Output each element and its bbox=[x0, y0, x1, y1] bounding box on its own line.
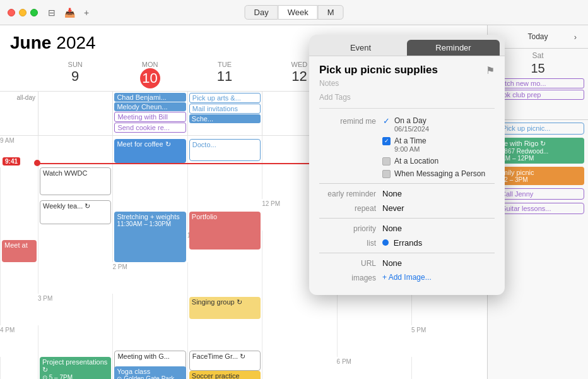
col-thu-4 bbox=[337, 325, 411, 357]
popover-title-row: Pick up picnic supplies ⚑ bbox=[319, 64, 495, 76]
popover-notes[interactable]: Notes bbox=[319, 79, 495, 88]
url-label: URL bbox=[319, 258, 382, 268]
at-a-time-label: At a Time bbox=[394, 136, 426, 145]
right-event-hike[interactable]: Hike with Rigo ↻ ⊙ 7867 Redwood... 10AM … bbox=[491, 138, 584, 164]
event-meet-at[interactable]: Meet at bbox=[2, 240, 37, 262]
popover-title: Pick up picnic supplies bbox=[319, 64, 438, 76]
event-melody[interactable]: Melody Cheun... bbox=[114, 102, 185, 111]
event-meeting-bill[interactable]: Meet for coffee Meeting with Bill bbox=[114, 112, 185, 122]
tab-week[interactable]: Week bbox=[278, 5, 318, 20]
event-doctor[interactable]: Docto... bbox=[189, 139, 261, 161]
at-a-location-checkbox[interactable] bbox=[382, 157, 391, 165]
col-thu-2 bbox=[0, 294, 38, 325]
toolbar-icons: ⊟ 📥 + bbox=[48, 8, 89, 18]
remind-me-row: remind me ✓ On a Day 06/15/2024 At a Tim… bbox=[319, 116, 495, 178]
event-meet-coffee[interactable]: Meet for coffee ↻ bbox=[114, 139, 185, 163]
calendar-year: 2024 bbox=[56, 33, 95, 53]
calendar-month: June bbox=[10, 33, 51, 53]
minimize-button[interactable] bbox=[19, 9, 26, 16]
col-thu-5 bbox=[262, 357, 336, 379]
col-wed-1 bbox=[0, 262, 38, 294]
time-4pm: 4 PM bbox=[0, 325, 38, 357]
repeat-value[interactable]: Never bbox=[382, 203, 495, 213]
at-a-time-value: 9:00 AM bbox=[394, 145, 495, 153]
next-button[interactable]: › bbox=[569, 30, 582, 43]
early-reminder-value[interactable]: None bbox=[382, 189, 495, 198]
remind-me-content: ✓ On a Day 06/15/2024 At a Time 9:00 AM … bbox=[382, 116, 495, 178]
priority-label: priority bbox=[319, 224, 382, 233]
add-image-button[interactable]: + Add Image... bbox=[382, 273, 495, 282]
event-singing[interactable]: Singing group ↻ bbox=[189, 297, 261, 319]
event-watch-wwdc[interactable]: Watch WWDC bbox=[40, 167, 111, 195]
add-icon[interactable]: + bbox=[84, 8, 89, 18]
col-thu-12 bbox=[112, 231, 187, 262]
event-weekly-tea[interactable]: Weekly tea... ↻ bbox=[40, 200, 111, 224]
col-tue-9: Docto... bbox=[187, 136, 262, 167]
today-button[interactable]: Today bbox=[527, 32, 548, 41]
all-day-label: all-day bbox=[0, 92, 38, 135]
all-day-tue: Pick up arts &... Mail invitations Sche.… bbox=[187, 92, 262, 135]
view-tabs: Day Week M bbox=[245, 5, 344, 20]
col-sun-3 bbox=[112, 294, 187, 325]
maximize-button[interactable] bbox=[30, 9, 38, 16]
all-day-mon: Chad Benjami... Melody Cheun... Meet for… bbox=[112, 92, 187, 135]
col-sun-5 bbox=[0, 357, 38, 379]
right-event-picnic[interactable]: ⊙ Pick up picnic... bbox=[491, 123, 584, 135]
event-pick-up-arts[interactable]: Pick up arts &... bbox=[189, 93, 261, 103]
popover-body: Pick up picnic supplies ⚑ Notes Add Tags… bbox=[309, 56, 505, 295]
early-reminder-label: early reminder bbox=[319, 189, 382, 198]
col-thu-3 bbox=[411, 294, 487, 325]
time-2pm: 2 PM bbox=[112, 262, 187, 294]
event-yoga[interactable]: Yoga class ⊙ Golden Gate Park 5:15 – 6:4… bbox=[114, 366, 185, 379]
day-header-mon: Mon 10 bbox=[112, 58, 187, 91]
event-project-presentations[interactable]: Project presentations ↻ ⊙ 5 – 7PM bbox=[40, 357, 111, 379]
time-6pm: 6 PM bbox=[337, 357, 411, 379]
col-tue-10 bbox=[112, 167, 187, 199]
col-tue-12: Meet at bbox=[0, 231, 38, 262]
col-mon-9: Meet for coffee ↻ bbox=[112, 136, 187, 167]
right-event-call-jenny[interactable]: Call Jenny bbox=[491, 188, 584, 200]
day-header-tue: Tue 11 bbox=[187, 58, 262, 91]
event-mail-invitations[interactable]: Mail invitations bbox=[189, 104, 261, 114]
col-sun-9 bbox=[38, 136, 112, 167]
event-sche[interactable]: Sche... bbox=[189, 114, 261, 123]
tab-event[interactable]: Event bbox=[314, 40, 407, 56]
on-a-day-checkbox[interactable]: ✓ bbox=[382, 117, 391, 125]
inbox-icon[interactable]: 📥 bbox=[64, 8, 75, 18]
tab-month[interactable]: M bbox=[318, 5, 344, 20]
traffic-lights bbox=[8, 9, 38, 16]
col-thu-11: Portfolio bbox=[187, 199, 262, 231]
list-row: list Errands bbox=[319, 238, 495, 248]
col-tue-3 bbox=[262, 294, 336, 325]
url-value[interactable]: None bbox=[382, 258, 495, 268]
event-send-cookie[interactable]: Send cookie re... bbox=[114, 123, 185, 133]
title-bar: ⊟ 📥 + Day Week M bbox=[0, 0, 588, 25]
col-mon-5: Project presentations ↻ ⊙ 5 – 7PM bbox=[38, 357, 112, 379]
popover-tags[interactable]: Add Tags bbox=[319, 93, 495, 109]
right-event-book[interactable]: Book club prep bbox=[491, 90, 584, 100]
when-messaging-checkbox[interactable] bbox=[382, 170, 391, 178]
tab-day[interactable]: Day bbox=[245, 5, 278, 20]
event-chad[interactable]: Chad Benjami... bbox=[114, 93, 185, 102]
col-sun-6 bbox=[411, 357, 487, 379]
close-button[interactable] bbox=[8, 9, 15, 16]
col-wed-3 bbox=[337, 294, 411, 325]
at-a-time-item: At a Time bbox=[382, 136, 495, 145]
at-a-location-label: At a Location bbox=[394, 157, 438, 165]
divider-3 bbox=[319, 253, 495, 253]
event-portfolio[interactable]: Portfolio bbox=[189, 212, 261, 250]
url-row: URL None bbox=[319, 258, 495, 268]
list-value[interactable]: Errands bbox=[382, 238, 495, 248]
priority-value[interactable]: None bbox=[382, 224, 495, 233]
sidebar-icon[interactable]: ⊟ bbox=[48, 8, 56, 18]
event-soccer[interactable]: Soccer practice bbox=[189, 371, 261, 379]
flag-icon[interactable]: ⚑ bbox=[486, 64, 495, 76]
event-facetime[interactable]: FaceTime Gr... ↻ bbox=[189, 351, 261, 371]
right-event-guitar[interactable]: Guitar lessons... bbox=[491, 203, 584, 214]
reminder-popover: Event Reminder Pick up picnic supplies ⚑… bbox=[309, 35, 505, 295]
right-event-family-picnic[interactable]: Family picnic ⊙ 12 – 3PM bbox=[491, 167, 584, 185]
tab-reminder[interactable]: Reminder bbox=[407, 40, 500, 56]
at-a-time-checkbox[interactable] bbox=[382, 137, 391, 145]
right-event-watch[interactable]: Watch new mo... bbox=[491, 78, 584, 88]
repeat-label: repeat bbox=[319, 203, 382, 213]
